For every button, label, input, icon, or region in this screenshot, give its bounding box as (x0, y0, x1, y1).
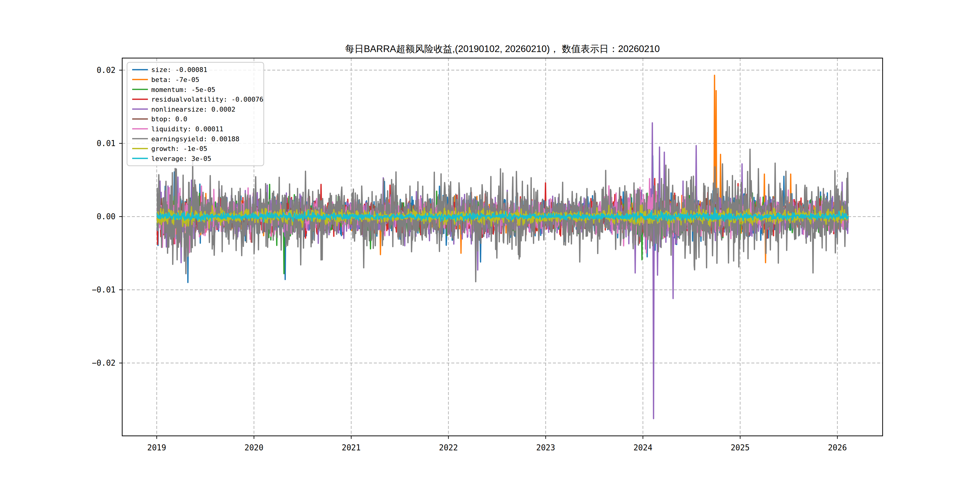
x-tick-label: 2023 (536, 443, 555, 452)
legend-label: residualvolatility: -0.00076 (151, 95, 263, 103)
x-tick-label: 2026 (828, 443, 847, 452)
y-tick-label: 0.00 (97, 212, 116, 221)
y-tick-label: −0.01 (92, 285, 116, 294)
series-line-nonlinearsize (157, 123, 848, 418)
x-tick-label: 2024 (633, 443, 652, 452)
legend-label: leverage: 3e-05 (151, 155, 212, 162)
y-tick-label: −0.02 (92, 358, 116, 368)
legend-box: size: -0.00081beta: -7e-05momentum: -5e-… (127, 62, 264, 166)
y-tick-label: 0.01 (97, 139, 116, 148)
legend-label: momentum: -5e-05 (151, 86, 215, 94)
legend-label: nonlinearsize: 0.0002 (151, 105, 235, 113)
chart-title: 每日BARRA超额风险收益,(20190102, 20260210)， 数值表示… (345, 43, 660, 54)
legend-label: size: -0.00081 (151, 66, 207, 73)
legend-label: growth: -1e-05 (151, 145, 207, 153)
legend-label: earningsyield: 0.00188 (151, 135, 239, 143)
x-tick-label: 2025 (731, 443, 750, 452)
x-tick-label: 2021 (342, 443, 361, 452)
x-tick-label: 2020 (244, 443, 263, 452)
legend-label: btop: 0.0 (151, 115, 187, 123)
legend-label: liquidity: 0.00011 (151, 125, 223, 133)
figure: 每日BARRA超额风险收益,(20190102, 20260210)， 数值表示… (0, 0, 980, 490)
x-tick-label: 2019 (147, 443, 166, 452)
legend-item-residualvolatility: residualvolatility: -0.00076 (132, 95, 263, 103)
chart-canvas: 每日BARRA超额风险收益,(20190102, 20260210)， 数值表示… (0, 0, 980, 490)
x-tick-label: 2022 (439, 443, 458, 452)
y-tick-label: 0.02 (97, 66, 116, 75)
legend-label: beta: -7e-05 (151, 76, 199, 83)
